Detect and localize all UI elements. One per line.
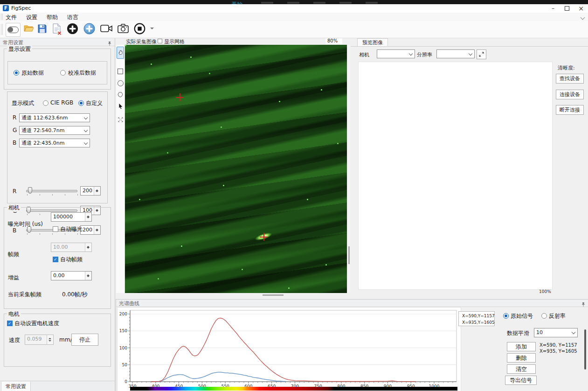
add-black-button[interactable] <box>65 22 79 36</box>
toolbar-overflow-icon[interactable] <box>150 28 154 31</box>
pointer-tool-button[interactable] <box>117 101 124 112</box>
preview-canvas[interactable] <box>358 62 553 290</box>
find-device-button[interactable]: 查找设备 <box>556 74 584 84</box>
gain-r-spinner[interactable]: 200 <box>80 186 101 196</box>
discard-document-button[interactable]: × <box>50 22 63 36</box>
reflectance-label[interactable]: 反射率 <box>549 312 566 320</box>
menu-language[interactable]: 语言 <box>67 14 78 21</box>
toggle-display-button[interactable] <box>6 23 21 37</box>
plus-circle-blue-icon <box>83 23 95 36</box>
video-camera-icon <box>100 24 112 35</box>
rect-select-tool-button[interactable] <box>117 66 124 77</box>
raw-data-label[interactable]: 原始数据 <box>21 69 44 77</box>
cie-rgb-label[interactable]: CIE RGB <box>50 99 73 106</box>
gain-spinner-arrows[interactable] <box>85 272 91 280</box>
preview-fullscreen-button[interactable] <box>477 49 486 59</box>
cie-rgb-radio[interactable] <box>43 100 48 106</box>
chart-legend: X=590,Y=1157 X=935,Y=1605 <box>458 311 495 326</box>
raw-data-radio[interactable] <box>14 70 19 76</box>
plus-circle-dark-icon <box>67 23 78 36</box>
speed-spinner[interactable]: 0.059 <box>25 335 54 345</box>
record-video-button[interactable] <box>99 23 114 36</box>
channel-g-select[interactable]: 通道 72:540.7nm <box>19 126 90 135</box>
auto-framerate-checkbox[interactable] <box>53 257 58 262</box>
add-blue-button[interactable] <box>82 22 96 36</box>
stop-motor-button[interactable]: 停止 <box>71 334 98 346</box>
capture-v-scrollbar[interactable] <box>348 45 350 293</box>
save-button[interactable] <box>35 23 48 36</box>
spectrum-pin-icon[interactable] <box>581 300 586 309</box>
ellipse-select-tool-button[interactable] <box>117 78 124 88</box>
spectrum-chart[interactable]: 0501001502003504004505005506006507007508… <box>118 307 458 388</box>
gain-spinner[interactable]: 0.00 <box>51 271 92 280</box>
menu-help[interactable]: 帮助 <box>47 14 58 21</box>
calibrated-data-label[interactable]: 校准后数据 <box>68 69 96 77</box>
smooth-label: 数据平滑 <box>507 329 529 337</box>
preview-tab[interactable]: 预览图像 <box>357 38 388 47</box>
app-logo-icon: F <box>3 5 9 11</box>
export-signal-button[interactable]: 导出信号 <box>505 376 537 385</box>
menu-settings[interactable]: 设置 <box>26 14 37 21</box>
auto-framerate-label[interactable]: 自动帧频 <box>60 256 83 264</box>
disconnect-device-button[interactable]: 断开连接 <box>556 105 584 115</box>
show-grid-label[interactable]: 显示网格 <box>164 38 185 45</box>
stop-button[interactable] <box>132 22 146 36</box>
auto-motor-speed-label[interactable]: 自动设置电机速度 <box>14 320 59 328</box>
minimize-button[interactable]: – <box>546 4 560 13</box>
wavelength-colorbar <box>130 387 457 391</box>
auto-exposure-checkbox[interactable] <box>53 226 58 232</box>
smooth-select[interactable]: 10 <box>534 328 578 337</box>
gain-r-slider-thumb[interactable] <box>28 187 32 194</box>
auto-exposure-label[interactable]: 自动曝光 <box>60 225 83 233</box>
channel-r-select[interactable]: 通道 112:623.6nm <box>19 113 90 122</box>
capture-h-scrollbar-thumb[interactable] <box>263 294 284 296</box>
tab-common-settings[interactable]: 常用设置 <box>1 382 31 391</box>
add-point-button[interactable]: 添加 <box>507 342 536 351</box>
app-title: FigSpec <box>11 5 31 11</box>
exposure-spinner[interactable]: 100000 <box>51 212 92 222</box>
capture-h-scrollbar[interactable] <box>125 294 347 296</box>
display-settings-title: 显示设置 <box>7 45 32 53</box>
pan-tool-button[interactable] <box>117 47 124 59</box>
capture-v-scrollbar-thumb[interactable] <box>348 246 350 264</box>
polygon-select-tool-button[interactable] <box>117 90 124 100</box>
raw-signal-radio[interactable] <box>503 313 509 319</box>
spectrum-panel-scrollbar[interactable] <box>584 329 586 370</box>
reflectance-radio[interactable] <box>541 313 547 319</box>
open-file-button[interactable] <box>22 23 35 36</box>
auto-motor-speed-checkbox[interactable] <box>7 321 13 326</box>
custom-label[interactable]: 自定义 <box>86 99 103 107</box>
close-button[interactable]: × <box>574 4 588 13</box>
preview-camera-select[interactable] <box>377 49 415 58</box>
connect-device-button[interactable]: 连接设备 <box>556 90 584 99</box>
legend-entry-1: X=590,Y=1157 <box>460 313 493 319</box>
speed-spinner-arrows[interactable] <box>47 335 53 344</box>
selected-point-item[interactable]: X=935, Y=1605 <box>540 348 584 354</box>
channel-b-select[interactable]: 通道 22:435.0nm <box>19 139 90 147</box>
framerate-spinner[interactable]: 10.00 <box>51 243 92 252</box>
selected-points-list[interactable]: X=590, Y=1157 X=935, Y=1605 <box>540 342 584 354</box>
menubar-overflow-icon[interactable] <box>581 15 585 20</box>
capture-image[interactable] <box>125 45 347 293</box>
maximize-button[interactable] <box>560 4 574 13</box>
pin-icon[interactable] <box>107 39 112 48</box>
maximize-icon <box>565 6 569 11</box>
menu-file[interactable]: 文件 <box>6 14 17 21</box>
calibrated-data-radio[interactable] <box>60 70 66 76</box>
fit-view-tool-button[interactable] <box>117 115 124 124</box>
sample-marker-1[interactable] <box>176 93 184 101</box>
capture-image-specks <box>125 45 126 46</box>
preview-resolution-select[interactable] <box>436 49 475 58</box>
gain-r-slider[interactable] <box>26 190 77 192</box>
ellipse-icon <box>118 80 124 86</box>
custom-radio[interactable] <box>78 100 84 106</box>
snapshot-button[interactable] <box>116 23 131 36</box>
delete-point-button[interactable]: 删除 <box>507 353 536 363</box>
exposure-spinner-arrows[interactable] <box>85 213 91 221</box>
gain-r-spinner-arrows[interactable] <box>94 187 100 195</box>
clear-points-button[interactable]: 清空 <box>507 364 536 374</box>
raw-signal-label[interactable]: 原始信号 <box>511 312 533 320</box>
framerate-spinner-arrows[interactable] <box>85 243 91 251</box>
selected-point-item[interactable]: X=590, Y=1157 <box>540 342 584 348</box>
show-grid-checkbox[interactable] <box>158 39 162 43</box>
